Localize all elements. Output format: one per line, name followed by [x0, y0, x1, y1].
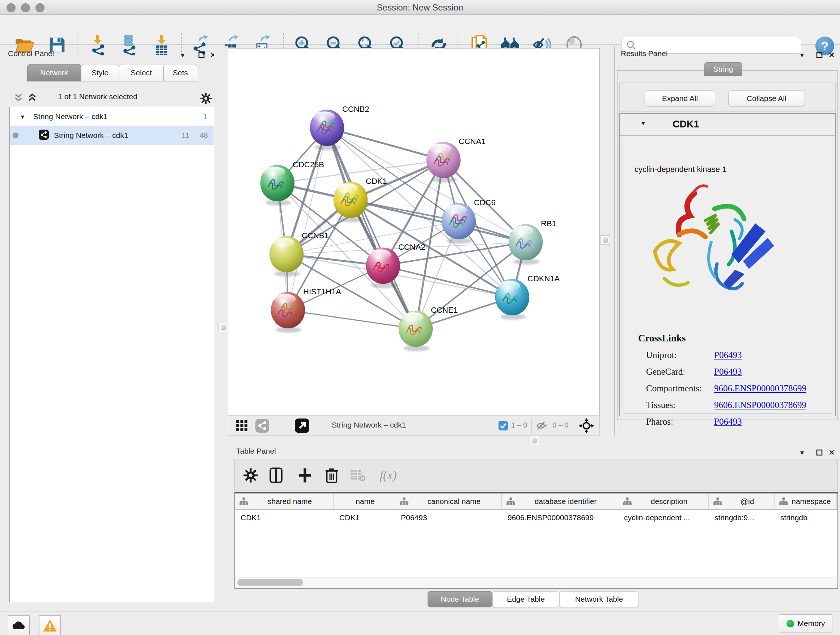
table-row[interactable]: CDK1CDK1P064939606.ENSP00000378699cyclin…	[235, 510, 837, 526]
divider	[620, 135, 835, 136]
expand-all-button[interactable]: Expand All	[645, 90, 715, 106]
control-panel-float-icon[interactable]	[195, 51, 208, 59]
node-label: CCNA1	[459, 137, 486, 146]
column-header-name[interactable]: name	[333, 494, 395, 509]
column-header-database-identifier[interactable]: database identifier	[502, 494, 618, 509]
function-builder-icon[interactable]: f(x)	[374, 466, 403, 485]
select-columns-icon[interactable]	[267, 466, 286, 485]
tab-network[interactable]: Network	[27, 64, 81, 81]
collection-count: 1	[203, 112, 207, 121]
cloud-status-button[interactable]	[8, 616, 30, 635]
results-panel-float-icon[interactable]	[813, 51, 826, 59]
results-panel-close-icon[interactable]: ✕	[826, 51, 838, 59]
node-count: 11	[182, 131, 189, 140]
network-canvas[interactable]: CCNB2CCNA1CDC25BCDK1CDC6RB1CCNB1CCNA2CDK…	[228, 48, 600, 415]
network-node-CCNB2[interactable]: CCNB2	[310, 105, 369, 150]
network-node-HIST1H1A[interactable]: HIST1H1A	[271, 287, 341, 333]
detach-view-icon[interactable]	[294, 418, 310, 433]
fit-selected-crosshair-icon[interactable]	[578, 418, 594, 433]
memory-button[interactable]: Memory	[779, 614, 832, 632]
tab-style[interactable]: Style	[81, 64, 119, 81]
results-panel-collapse-icon[interactable]: ▾	[796, 51, 808, 59]
network-node-CCNA1[interactable]: CCNA1	[426, 137, 486, 182]
network-node-CDC6[interactable]: CDC6	[442, 198, 496, 244]
tab-network-table[interactable]: Network Table	[559, 591, 639, 607]
birds-eye-view-icon[interactable]	[234, 418, 250, 433]
tab-select[interactable]: Select	[119, 64, 164, 81]
column-header-description[interactable]: description	[618, 494, 709, 509]
crosslink-row: GeneCard: P06493	[623, 367, 832, 383]
delete-table-icon[interactable]	[348, 466, 367, 485]
tree-expander-icon[interactable]: ▼	[20, 114, 25, 120]
main-toolbar: ?	[0, 15, 840, 44]
crosslink-link[interactable]: P06493	[714, 417, 742, 427]
bottom-splitter-handle[interactable]	[530, 436, 539, 445]
table-gear-icon[interactable]	[241, 466, 260, 485]
network-collection-row[interactable]: ▼ String Network – cdk1 1	[10, 107, 214, 126]
title-bar: Session: New Session	[0, 0, 840, 15]
network-graph[interactable]: CCNB2CCNA1CDC25BCDK1CDC6RB1CCNB1CCNA2CDK…	[228, 49, 600, 415]
node-label: CCNE1	[431, 306, 458, 315]
left-splitter[interactable]	[214, 46, 228, 435]
column-header-namespace[interactable]: namespace	[775, 494, 837, 509]
column-type-icon	[239, 497, 248, 506]
column-type-icon	[506, 497, 515, 506]
hidden-eye-icon[interactable]	[534, 418, 550, 433]
toolbar-divider	[531, 418, 532, 434]
import-table-file-icon[interactable]	[150, 34, 174, 56]
node-label: CCNA2	[398, 242, 425, 252]
table-cell: P06493	[395, 513, 502, 522]
network-panel-gear-icon[interactable]	[200, 92, 212, 103]
window-title: Session: New Session	[0, 3, 840, 13]
string-panel-toggle-icon[interactable]	[254, 418, 270, 433]
right-splitter-handle[interactable]	[600, 235, 610, 245]
crosslink-link[interactable]: 9606.ENSP00000378699	[714, 383, 806, 394]
crosslink-row: Tissues: 9606.ENSP00000378699	[623, 400, 832, 417]
toolbar-divider	[575, 418, 575, 434]
crosslink-link[interactable]: P06493	[714, 350, 742, 360]
crosslink-label: Uniprot:	[646, 350, 677, 360]
network-view-toolbar: String Network – cdk1 1 – 0 0 – 0	[228, 415, 600, 435]
tab-sets[interactable]: Sets	[164, 64, 197, 81]
results-buttons-box: Expand All Collapse All	[619, 82, 836, 111]
crosslink-link[interactable]: 9606.ENSP00000378699	[714, 400, 806, 410]
left-splitter-handle[interactable]	[218, 323, 228, 333]
network-node-RB1[interactable]: RB1	[508, 219, 556, 264]
create-column-icon[interactable]	[295, 466, 314, 485]
table-cell: stringdb	[775, 513, 837, 522]
selected-nodes-checkbox[interactable]	[495, 418, 511, 433]
table-cell: stringdb:9...	[709, 513, 775, 522]
table-hscrollbar-thumb[interactable]	[237, 579, 303, 586]
import-network-database-icon[interactable]	[117, 34, 141, 56]
table-panel-close-icon[interactable]: ✕	[826, 448, 838, 457]
collapse-all-button[interactable]: Collapse All	[728, 90, 805, 106]
tab-edge-table[interactable]: Edge Table	[493, 591, 559, 607]
warning-status-button[interactable]	[39, 616, 61, 635]
crosslink-row: Compartments: 9606.ENSP00000378699	[623, 383, 832, 400]
network-label: String Network – cdk1	[54, 131, 128, 140]
node-label: CDK1	[366, 177, 387, 186]
toolbar-separator	[77, 33, 77, 56]
gene-header-row[interactable]: ▼ CDK1	[620, 114, 835, 135]
column-header-shared-name[interactable]: shared name	[235, 494, 333, 509]
table-cell: 9606.ENSP00000378699	[502, 513, 618, 522]
collapse-all-networks-icon[interactable]	[13, 92, 25, 103]
column-header--id[interactable]: @id	[709, 494, 775, 509]
network-row-selected[interactable]: String Network – cdk1 11 48	[10, 126, 214, 145]
memory-status-dot	[786, 620, 794, 627]
table-panel-float-icon[interactable]	[813, 448, 826, 457]
node-label: CCNB1	[302, 231, 329, 240]
crosslink-link[interactable]: P06493	[714, 367, 742, 377]
tab-node-table[interactable]: Node Table	[428, 591, 493, 607]
crosslink-label: Compartments:	[646, 383, 702, 394]
control-panel-collapse-icon[interactable]: ▾	[177, 51, 189, 59]
network-node-CDKN1A[interactable]: CDKN1A	[495, 274, 560, 320]
import-network-file-icon[interactable]	[86, 34, 110, 56]
column-header-canonical-name[interactable]: canonical name	[395, 494, 502, 509]
delete-column-icon[interactable]	[322, 466, 341, 485]
selected-nodes-count: 1 – 0	[511, 421, 527, 429]
crosslinks-title: CrossLinks	[638, 333, 686, 344]
table-panel-collapse-icon[interactable]: ▾	[796, 448, 808, 457]
tab-string[interactable]: String	[704, 62, 742, 76]
gene-expander-icon[interactable]: ▼	[640, 120, 646, 127]
